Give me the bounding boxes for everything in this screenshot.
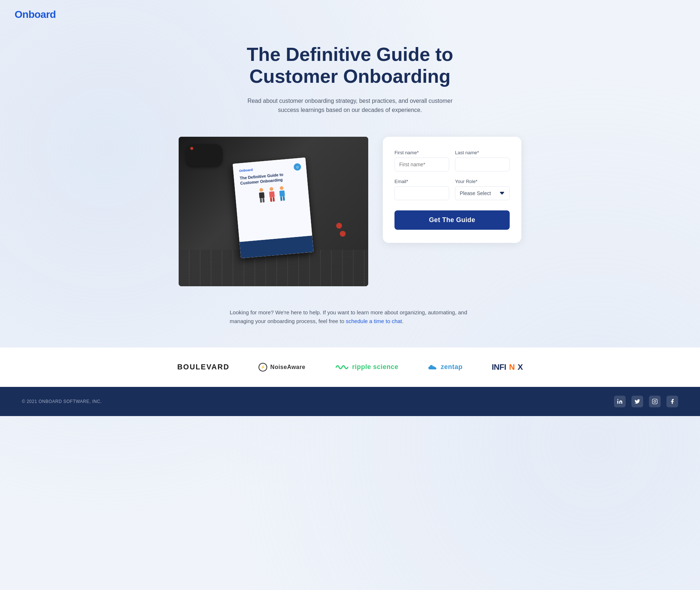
copyright: © 2021 ONBOARD SOFTWARE, INC. [22, 399, 102, 404]
gamepad-decoration [186, 144, 222, 166]
earbuds-decoration [335, 223, 346, 237]
noiseaware-text: NoiseAware [270, 364, 305, 370]
email-group: Email* [394, 179, 449, 200]
bottom-text-section: Looking for more? We're here to help. If… [208, 301, 492, 340]
hero-section: The Definitive Guide to Customer Onboard… [208, 29, 492, 122]
boulevard-logo: BOULEVARD [177, 363, 229, 371]
twitter-icon[interactable] [631, 396, 643, 407]
ripple-text: ripple science [352, 363, 398, 371]
book-title-label: The Definitive Guide to Customer Onboard… [240, 170, 302, 186]
email-input[interactable] [394, 186, 449, 200]
svg-point-2 [617, 399, 618, 400]
footer: © 2021 ONBOARD SOFTWARE, INC. [0, 387, 700, 416]
lead-form: First name* Last name* Email* Y [394, 150, 510, 230]
instagram-icon[interactable] [649, 396, 661, 407]
social-icons [614, 396, 678, 407]
linkedin-icon[interactable] [614, 396, 626, 407]
submit-button[interactable]: Get The Guide [394, 210, 510, 230]
book-illustration [241, 184, 303, 204]
book-photo-background: Onboard The Definitive Guide to Customer… [179, 137, 368, 286]
name-row: First name* Last name* [394, 150, 510, 171]
page-title: The Definitive Guide to Customer Onboard… [215, 44, 485, 88]
brand-logo: Onboard [15, 9, 685, 20]
infinx-end: X [518, 362, 523, 372]
last-name-label: Last name* [455, 150, 510, 155]
book-image: Onboard The Definitive Guide to Customer… [179, 137, 368, 286]
ripple-logo: ripple science [335, 362, 398, 372]
infinx-text: INFI [492, 362, 506, 372]
last-name-group: Last name* [455, 150, 510, 171]
main-content: Onboard The Definitive Guide to Customer… [149, 122, 551, 301]
zentap-cloud-icon [428, 364, 438, 371]
noiseaware-icon: ⚡ [258, 363, 267, 372]
role-select[interactable]: Please Select Customer Success Sales Mar… [455, 186, 510, 200]
last-name-input[interactable] [455, 158, 510, 171]
infinx-logo: INFINX [492, 362, 523, 372]
book-icon: ⊙ [293, 163, 302, 171]
form-card: First name* Last name* Email* Y [383, 137, 521, 243]
noiseaware-logo: ⚡ NoiseAware [258, 363, 305, 372]
book-cover: Onboard The Definitive Guide to Customer… [233, 158, 314, 258]
schedule-chat-link[interactable]: schedule a time to chat [346, 318, 402, 324]
role-select-wrapper: Please Select Customer Success Sales Mar… [455, 186, 510, 200]
svg-point-5 [656, 400, 656, 400]
first-name-label: First name* [394, 150, 449, 155]
role-group: Your Role* Please Select Customer Succes… [455, 179, 510, 200]
svg-rect-3 [652, 399, 657, 404]
svg-point-4 [654, 400, 656, 402]
book-container: Onboard The Definitive Guide to Customer… [179, 137, 368, 286]
email-role-row: Email* Your Role* Please Select Customer… [394, 179, 510, 200]
email-label: Email* [394, 179, 449, 184]
zentap-logo: zentap [428, 363, 463, 371]
first-name-group: First name* [394, 150, 449, 171]
facebook-icon[interactable] [666, 396, 678, 407]
logo-bar: BOULEVARD ⚡ NoiseAware ripple science ze… [0, 348, 700, 387]
role-label: Your Role* [455, 179, 510, 184]
zentap-text: zentap [441, 363, 463, 371]
svg-point-0 [336, 223, 342, 229]
first-name-input[interactable] [394, 158, 449, 171]
ripple-waves-icon [335, 362, 349, 372]
hero-subtitle: Read about customer onboarding strategy,… [237, 96, 463, 115]
bottom-text-suffix: . [402, 318, 404, 324]
svg-point-1 [340, 231, 346, 237]
infinx-x: N [509, 362, 514, 372]
